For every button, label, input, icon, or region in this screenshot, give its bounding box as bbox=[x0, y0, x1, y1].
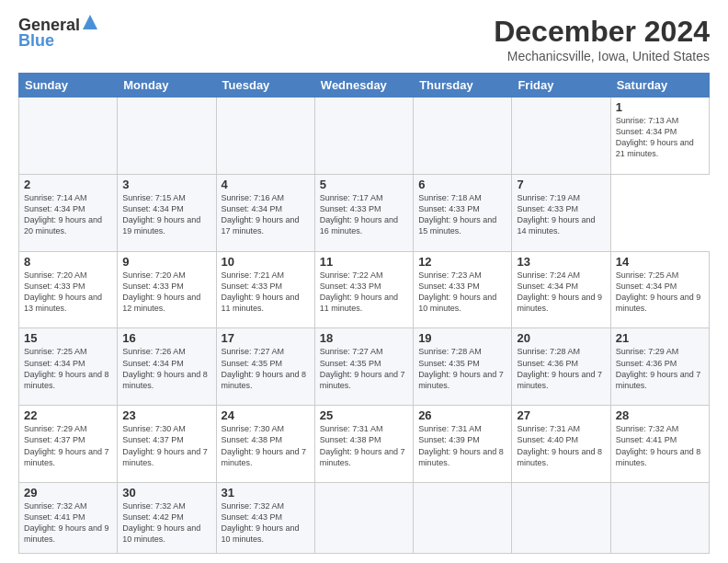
day-info: Sunrise: 7:23 AMSunset: 4:33 PMDaylight:… bbox=[418, 270, 496, 313]
empty-cell bbox=[118, 98, 216, 175]
day-number: 24 bbox=[222, 408, 310, 422]
day-info: Sunrise: 7:32 AMSunset: 4:42 PMDaylight:… bbox=[122, 501, 200, 544]
logo-arrow-icon bbox=[83, 15, 97, 33]
day-info: Sunrise: 7:31 AMSunset: 4:40 PMDaylight:… bbox=[517, 424, 602, 466]
day-number: 14 bbox=[616, 255, 704, 269]
calendar-day-cell: 17Sunrise: 7:27 AMSunset: 4:35 PMDayligh… bbox=[216, 328, 314, 406]
day-info: Sunrise: 7:32 AMSunset: 4:41 PMDaylight:… bbox=[24, 501, 109, 544]
calendar-week-row: 1Sunrise: 7:13 AMSunset: 4:34 PMDaylight… bbox=[19, 98, 710, 175]
page: General Blue December 2024 Mechanicsvill… bbox=[0, 0, 728, 563]
day-info: Sunrise: 7:20 AMSunset: 4:33 PMDaylight:… bbox=[24, 270, 102, 313]
day-number: 22 bbox=[24, 408, 112, 422]
calendar-day-cell: 28Sunrise: 7:32 AMSunset: 4:41 PMDayligh… bbox=[610, 406, 709, 483]
day-number: 29 bbox=[24, 486, 112, 500]
day-number: 10 bbox=[222, 255, 310, 269]
day-number: 31 bbox=[222, 486, 310, 500]
day-number: 21 bbox=[616, 331, 704, 345]
empty-cell bbox=[610, 483, 709, 554]
calendar-day-cell: 23Sunrise: 7:30 AMSunset: 4:37 PMDayligh… bbox=[118, 406, 216, 483]
calendar-day-cell: 2Sunrise: 7:14 AMSunset: 4:34 PMDaylight… bbox=[19, 174, 118, 251]
day-info: Sunrise: 7:18 AMSunset: 4:33 PMDaylight:… bbox=[418, 193, 496, 236]
day-number: 17 bbox=[222, 331, 310, 345]
calendar-day-cell: 10Sunrise: 7:21 AMSunset: 4:33 PMDayligh… bbox=[216, 251, 314, 328]
day-info: Sunrise: 7:31 AMSunset: 4:38 PMDaylight:… bbox=[320, 424, 405, 466]
day-number: 8 bbox=[24, 255, 112, 269]
calendar-day-cell: 7Sunrise: 7:19 AMSunset: 4:33 PMDaylight… bbox=[512, 174, 610, 251]
calendar-day-cell: 30Sunrise: 7:32 AMSunset: 4:42 PMDayligh… bbox=[118, 483, 216, 554]
day-number: 3 bbox=[122, 178, 210, 191]
calendar-day-cell: 26Sunrise: 7:31 AMSunset: 4:39 PMDayligh… bbox=[414, 406, 512, 483]
day-number: 27 bbox=[517, 408, 605, 422]
calendar-day-cell: 15Sunrise: 7:25 AMSunset: 4:34 PMDayligh… bbox=[19, 328, 118, 406]
empty-cell bbox=[314, 98, 413, 175]
calendar-week-row: 29Sunrise: 7:32 AMSunset: 4:41 PMDayligh… bbox=[19, 483, 710, 554]
header: General Blue December 2024 Mechanicsvill… bbox=[18, 15, 710, 63]
calendar-day-cell: 19Sunrise: 7:28 AMSunset: 4:35 PMDayligh… bbox=[414, 328, 512, 406]
day-number: 20 bbox=[517, 331, 605, 345]
day-info: Sunrise: 7:20 AMSunset: 4:33 PMDaylight:… bbox=[122, 270, 200, 313]
day-number: 5 bbox=[320, 178, 408, 191]
day-number: 16 bbox=[122, 331, 210, 345]
title-block: December 2024 Mechanicsville, Iowa, Unit… bbox=[494, 15, 710, 63]
day-of-week-saturday: Saturday bbox=[610, 74, 709, 98]
day-info: Sunrise: 7:31 AMSunset: 4:39 PMDaylight:… bbox=[418, 424, 504, 466]
empty-cell bbox=[314, 483, 413, 554]
calendar-day-cell: 31Sunrise: 7:32 AMSunset: 4:43 PMDayligh… bbox=[216, 483, 314, 554]
calendar-day-cell: 25Sunrise: 7:31 AMSunset: 4:38 PMDayligh… bbox=[314, 406, 413, 483]
day-info: Sunrise: 7:22 AMSunset: 4:33 PMDaylight:… bbox=[320, 270, 398, 313]
logo: General Blue bbox=[18, 15, 97, 51]
calendar-day-cell: 16Sunrise: 7:26 AMSunset: 4:34 PMDayligh… bbox=[118, 328, 216, 406]
day-info: Sunrise: 7:25 AMSunset: 4:34 PMDaylight:… bbox=[616, 270, 701, 313]
day-number: 25 bbox=[320, 408, 408, 422]
calendar-week-row: 15Sunrise: 7:25 AMSunset: 4:34 PMDayligh… bbox=[19, 328, 710, 406]
day-info: Sunrise: 7:26 AMSunset: 4:34 PMDaylight:… bbox=[122, 347, 208, 389]
calendar-week-row: 2Sunrise: 7:14 AMSunset: 4:34 PMDaylight… bbox=[19, 174, 710, 251]
svg-marker-0 bbox=[83, 15, 97, 29]
day-info: Sunrise: 7:29 AMSunset: 4:36 PMDaylight:… bbox=[616, 347, 701, 389]
logo-blue-text: Blue bbox=[18, 31, 54, 51]
day-number: 13 bbox=[517, 255, 605, 269]
day-number: 28 bbox=[616, 408, 704, 422]
day-info: Sunrise: 7:27 AMSunset: 4:35 PMDaylight:… bbox=[222, 347, 307, 389]
calendar-day-cell: 11Sunrise: 7:22 AMSunset: 4:33 PMDayligh… bbox=[314, 251, 413, 328]
day-of-week-sunday: Sunday bbox=[19, 74, 118, 98]
day-number: 1 bbox=[616, 100, 704, 114]
calendar-day-cell: 9Sunrise: 7:20 AMSunset: 4:33 PMDaylight… bbox=[118, 251, 216, 328]
empty-cell bbox=[414, 98, 512, 175]
day-info: Sunrise: 7:28 AMSunset: 4:36 PMDaylight:… bbox=[517, 347, 602, 389]
day-info: Sunrise: 7:28 AMSunset: 4:35 PMDaylight:… bbox=[418, 347, 504, 389]
day-number: 15 bbox=[24, 331, 112, 345]
day-info: Sunrise: 7:29 AMSunset: 4:37 PMDaylight:… bbox=[24, 424, 109, 466]
day-of-week-monday: Monday bbox=[118, 74, 216, 98]
calendar-day-cell: 27Sunrise: 7:31 AMSunset: 4:40 PMDayligh… bbox=[512, 406, 610, 483]
calendar-day-cell: 20Sunrise: 7:28 AMSunset: 4:36 PMDayligh… bbox=[512, 328, 610, 406]
day-info: Sunrise: 7:27 AMSunset: 4:35 PMDaylight:… bbox=[320, 347, 405, 389]
calendar-week-row: 22Sunrise: 7:29 AMSunset: 4:37 PMDayligh… bbox=[19, 406, 710, 483]
day-info: Sunrise: 7:32 AMSunset: 4:43 PMDaylight:… bbox=[222, 501, 300, 544]
day-number: 6 bbox=[418, 178, 506, 191]
day-info: Sunrise: 7:30 AMSunset: 4:38 PMDaylight:… bbox=[222, 424, 307, 466]
calendar-day-cell: 22Sunrise: 7:29 AMSunset: 4:37 PMDayligh… bbox=[19, 406, 118, 483]
day-info: Sunrise: 7:16 AMSunset: 4:34 PMDaylight:… bbox=[222, 193, 300, 236]
day-number: 2 bbox=[24, 178, 112, 191]
day-info: Sunrise: 7:14 AMSunset: 4:34 PMDaylight:… bbox=[24, 193, 102, 236]
calendar-day-cell: 13Sunrise: 7:24 AMSunset: 4:34 PMDayligh… bbox=[512, 251, 610, 328]
calendar-day-cell: 29Sunrise: 7:32 AMSunset: 4:41 PMDayligh… bbox=[19, 483, 118, 554]
day-info: Sunrise: 7:25 AMSunset: 4:34 PMDaylight:… bbox=[24, 347, 109, 389]
day-number: 11 bbox=[320, 255, 408, 269]
calendar-day-cell: 8Sunrise: 7:20 AMSunset: 4:33 PMDaylight… bbox=[19, 251, 118, 328]
day-number: 30 bbox=[122, 486, 210, 500]
calendar-day-cell: 6Sunrise: 7:18 AMSunset: 4:33 PMDaylight… bbox=[414, 174, 512, 251]
day-info: Sunrise: 7:19 AMSunset: 4:33 PMDaylight:… bbox=[517, 193, 595, 236]
day-info: Sunrise: 7:17 AMSunset: 4:33 PMDaylight:… bbox=[320, 193, 398, 236]
day-number: 23 bbox=[122, 408, 210, 422]
empty-cell bbox=[216, 98, 314, 175]
day-of-week-friday: Friday bbox=[512, 74, 610, 98]
empty-cell bbox=[19, 98, 118, 175]
calendar-day-cell: 1Sunrise: 7:13 AMSunset: 4:34 PMDaylight… bbox=[610, 98, 709, 175]
empty-cell bbox=[512, 483, 610, 554]
day-number: 4 bbox=[222, 178, 310, 191]
day-info: Sunrise: 7:21 AMSunset: 4:33 PMDaylight:… bbox=[222, 270, 300, 313]
calendar-week-row: 8Sunrise: 7:20 AMSunset: 4:33 PMDaylight… bbox=[19, 251, 710, 328]
location: Mechanicsville, Iowa, United States bbox=[494, 49, 710, 63]
